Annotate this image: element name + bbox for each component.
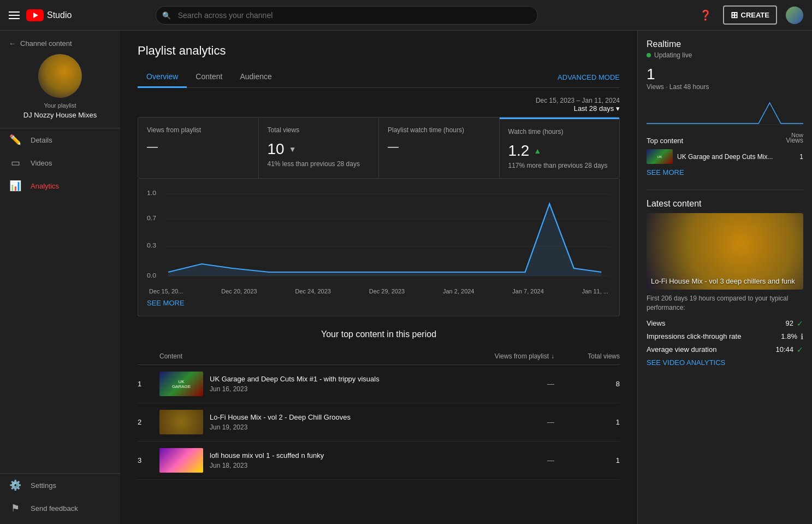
content-title-1: UK Garage and Deep Cuts Mix #1 - with tr…	[210, 375, 456, 383]
divider	[647, 190, 803, 190]
stat-total-views[interactable]: Total views 10 ▼ 41% less than previous …	[259, 117, 380, 178]
top-content-item: UK UK Garage and Deep Cuts Mix... 1	[647, 149, 803, 164]
help-button[interactable]: ❓	[697, 7, 714, 24]
row-num-2: 2	[138, 418, 159, 426]
nav-items: ✏️ Details ▭ Videos 📊 Analytics	[0, 128, 120, 197]
back-button[interactable]: ← Channel content	[9, 39, 111, 48]
row2-total-views: 1	[554, 418, 620, 426]
content-thumb-3	[159, 448, 203, 473]
row3-views-playlist: —	[456, 456, 554, 464]
col-views-playlist-header[interactable]: Views from playlist ↓	[456, 352, 554, 360]
sidebar-item-feedback[interactable]: ⚑ Send feedback	[0, 497, 120, 520]
create-button[interactable]: ⊞ CREATE	[723, 5, 777, 25]
right-panel: Realtime Updating live 1 Views · Last 48…	[637, 31, 812, 524]
videos-label: Videos	[31, 159, 52, 167]
sidebar-item-analytics[interactable]: 📊 Analytics	[0, 174, 120, 197]
realtime-count: 1	[647, 66, 803, 83]
analytics-icon: 📊	[9, 180, 22, 192]
date-range-period[interactable]: Last 28 days ▾	[138, 104, 620, 113]
sidebar-item-settings[interactable]: ⚙️ Settings	[0, 474, 120, 497]
main-content: Playlist analytics Overview Content Audi…	[120, 31, 637, 524]
analytics-label: Analytics	[31, 182, 59, 190]
perf-row-duration: Average view duration 10:44 ✓	[647, 345, 803, 354]
sidebar: ← Channel content Your playlist DJ Nozzy…	[0, 31, 120, 524]
row1-views-playlist: —	[456, 380, 554, 388]
stat-total-views-label: Total views	[268, 126, 370, 134]
svg-text:0.3: 0.3	[147, 242, 156, 249]
content-date-1: Jun 16, 2023	[210, 385, 456, 393]
perf-duration-value: 10:44 ✓	[775, 345, 803, 354]
content-info-3: lofi house mix vol 1 - scuffed n funky J…	[210, 451, 456, 469]
arrow-down-icon: ▼	[289, 145, 297, 154]
tab-overview[interactable]: Overview	[138, 67, 187, 88]
row3-total-views: 1	[554, 456, 620, 464]
perf-ctr-label: Impressions click-through rate	[647, 332, 741, 340]
realtime-section: Realtime Updating live 1 Views · Last 48…	[647, 39, 803, 176]
see-more-realtime-button[interactable]: SEE MORE	[647, 168, 803, 176]
video-icon: ▭	[9, 157, 22, 169]
chart-container: 1.0 0.7 0.3 0.0	[147, 187, 611, 286]
info-icon: ℹ	[801, 332, 803, 341]
chart-x-labels: Dec 15, 20... Dec 20, 2023 Dec 24, 2023 …	[147, 288, 611, 295]
live-badge: Updating live	[647, 51, 803, 59]
avatar[interactable]	[786, 7, 803, 24]
logo: Studio	[26, 9, 72, 21]
page-title: Playlist analytics	[138, 44, 226, 58]
main-layout: ← Channel content Your playlist DJ Nozzy…	[0, 31, 812, 524]
row1-total-views: 8	[554, 380, 620, 388]
perf-duration-label: Average view duration	[647, 345, 716, 354]
stat-total-views-value: 10 ▼	[268, 140, 370, 158]
check-icon: ✓	[797, 319, 803, 328]
stat-views-from-playlist[interactable]: Views from playlist —	[138, 117, 259, 178]
content-thumb-1: UKGARAGE	[159, 372, 203, 396]
search-bar: 🔍	[156, 6, 538, 25]
perf-ctr-value: 1.8% ℹ	[781, 332, 803, 341]
latest-content-thumb[interactable]: Lo-Fi House Mix - vol 3 deep chillers an…	[647, 213, 803, 290]
stat-playlist-watch-label: Playlist watch time (hours)	[388, 126, 490, 134]
mini-chart: Now	[647, 97, 803, 130]
search-input[interactable]	[156, 6, 538, 25]
row-num-3: 3	[138, 456, 159, 464]
stat-watch-time-label: Watch time (hours)	[508, 128, 611, 136]
stat-views-playlist-value: —	[147, 140, 250, 153]
x-label-5: Jan 2, 2024	[443, 288, 475, 295]
stat-playlist-watch-time[interactable]: Playlist watch time (hours) —	[379, 117, 500, 178]
stat-views-playlist-label: Views from playlist	[147, 126, 250, 134]
sidebar-item-details[interactable]: ✏️ Details	[0, 128, 120, 151]
content-date-3: Jun 18, 2023	[210, 462, 456, 469]
arrow-up-icon: ▲	[534, 146, 541, 155]
sidebar-item-videos[interactable]: ▭ Videos	[0, 151, 120, 174]
stats-row: Views from playlist — Total views 10 ▼ 4…	[138, 117, 620, 179]
table-row: 1 UKGARAGE UK Garage and Deep Cuts Mix #…	[138, 365, 620, 403]
top-content-views-1: 1	[799, 153, 803, 161]
advanced-mode-button[interactable]: ADVANCED MODE	[558, 73, 620, 81]
create-label: CREATE	[741, 11, 769, 19]
see-video-analytics-button[interactable]: SEE VIDEO ANALYTICS	[647, 358, 803, 367]
table-row: 3 lofi house mix vol 1 - scuffed n funky…	[138, 441, 620, 480]
table-header: Content Views from playlist ↓ Total view…	[138, 348, 620, 365]
perf-row-views: Views 92 ✓	[647, 319, 803, 328]
tab-audience[interactable]: Audience	[231, 67, 280, 88]
x-label-4: Dec 29, 2023	[369, 288, 405, 295]
table-row: 2 Lo-Fi House Mix - vol 2 - Deep Chill G…	[138, 403, 620, 441]
chart-svg: 1.0 0.7 0.3 0.0	[147, 187, 611, 286]
hamburger-menu[interactable]	[9, 11, 20, 19]
top-content-title: Your top content in this period	[138, 329, 620, 339]
date-range-label: Dec 15, 2023 – Jan 11, 2024	[138, 97, 620, 104]
row2-views-playlist: —	[456, 418, 554, 426]
search-icon: 🔍	[162, 11, 171, 19]
tab-content[interactable]: Content	[187, 67, 231, 88]
x-label-6: Jan 7, 2024	[512, 288, 544, 295]
latest-thumb-label: Lo-Fi House Mix - vol 3 deep chillers an…	[651, 277, 799, 285]
studio-label: Studio	[47, 10, 72, 20]
see-more-button[interactable]: SEE MORE	[147, 299, 185, 307]
x-label-2: Dec 20, 2023	[221, 288, 257, 295]
stat-watch-time[interactable]: Watch time (hours) 1.2 ▲ 117% more than …	[500, 117, 620, 178]
topnav-right: ❓ ⊞ CREATE	[697, 5, 803, 25]
topnav-left: Studio	[9, 9, 72, 21]
realtime-label: Views · Last 48 hours	[647, 83, 803, 91]
svg-text:0.7: 0.7	[147, 215, 156, 221]
check-circle-icon: ✓	[797, 345, 803, 354]
mini-chart-svg	[647, 97, 803, 130]
chevron-down-icon: ▾	[616, 104, 620, 113]
